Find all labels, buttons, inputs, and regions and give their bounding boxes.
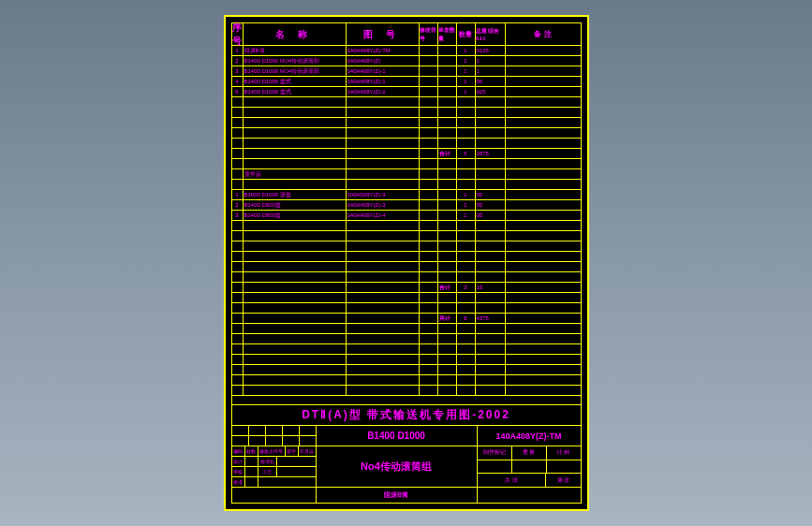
hdr-seq: 序号 — [232, 23, 244, 45]
drawing-number: 140A408Y(Z)-TM — [478, 426, 581, 446]
table-row — [232, 262, 581, 272]
footer-left — [232, 488, 317, 503]
table-row — [232, 386, 581, 396]
title-row-2: 编码处数修改文件号签字年月日 设计标准化 审核工艺 批准 No4传动滚筒组 制作… — [232, 446, 581, 488]
hdr-remark: 备 注 — [506, 23, 581, 45]
drawing-title: DTⅡ(A)型 带式输送机专用图-2002 — [232, 405, 581, 426]
table-row — [232, 241, 581, 252]
table-row — [232, 108, 581, 118]
table-row — [232, 180, 581, 190]
table-row — [232, 97, 581, 108]
table-row: 质件目 — [232, 169, 581, 180]
table-row: 5B1400 D1000 盘式140A408Y(Z)-21025 — [232, 87, 581, 97]
hdr-qty: 数量 — [457, 23, 476, 45]
table-row: 1阻滚B筒140A408Y(Z)-TM10125 — [232, 46, 581, 56]
title-footer: 阻滚B筒 — [232, 488, 581, 503]
table-row: 3B1400 D1000 NO4传动滚筒部140A408Y(Z)-111 — [232, 66, 581, 77]
table-row — [232, 139, 581, 149]
table-row: 共计84375 — [232, 314, 581, 324]
table-row — [232, 221, 581, 231]
table-row: 1B1000 D1000 滚盘100A508Y(Z)-3105 — [232, 190, 581, 200]
spec-text: B1400 D1000 — [317, 426, 478, 446]
drawing-sheet: 序号 名 称 图 号 修改符号 单套数量 数量 总重 综合A11 备 注 1阻滚… — [224, 15, 589, 511]
table-row — [232, 365, 581, 375]
table-row — [232, 272, 581, 283]
hdr-weight: 总重 综合A11 — [476, 23, 506, 45]
table-row: 2B1400 D800盘140A408Y(Z)-3105 — [232, 200, 581, 211]
table-row — [232, 355, 581, 365]
table-row: 合计52875 — [232, 149, 581, 159]
table-row — [232, 344, 581, 355]
table-row — [232, 159, 581, 169]
scale-grid: 制作标记重 量比 例 共 张第 张 — [478, 446, 581, 487]
drawing-inner: 序号 名 称 图 号 修改符号 单套数量 数量 总重 综合A11 备 注 1阻滚… — [231, 22, 582, 504]
table-row — [232, 118, 581, 128]
assembly-name: No4传动滚筒组 — [317, 446, 478, 487]
table-row — [232, 252, 581, 262]
rev-grid-top — [232, 426, 317, 446]
table-body: 1阻滚B筒140A408Y(Z)-TM101252B1400 D1000 NO4… — [232, 46, 581, 404]
title-block: DTⅡ(A)型 带式输送机专用图-2002 B1400 D1000 140A40… — [232, 404, 581, 503]
footer-company: 阻滚B筒 — [317, 488, 478, 503]
signature-grid: 编码处数修改文件号签字年月日 设计标准化 审核工艺 批准 — [232, 446, 317, 487]
table-row: 4B1400 D1000 盘式140A408Y(Z)-1105 — [232, 77, 581, 87]
table-header: 序号 名 称 图 号 修改符号 单套数量 数量 总重 综合A11 备 注 — [232, 23, 581, 46]
table-row — [232, 293, 581, 303]
hdr-code: 图 号 — [347, 23, 420, 45]
table-row — [232, 231, 581, 241]
hdr-unit: 单套数量 — [438, 23, 457, 45]
hdr-name: 名 称 — [244, 23, 347, 45]
table-row — [232, 303, 581, 314]
footer-right — [478, 488, 581, 503]
table-row — [232, 324, 581, 334]
table-row: 合计315 — [232, 283, 581, 293]
table-row — [232, 375, 581, 386]
table-row — [232, 334, 581, 344]
hdr-rev: 修改符号 — [420, 23, 438, 45]
title-row-1: B1400 D1000 140A408Y(Z)-TM — [232, 426, 581, 446]
table-row: 2B1400 D1000 NO4传动滚筒部140A408Y(Z)11 — [232, 56, 581, 66]
table-row: 3B1400 D800盘140A408Y(Z)-4105 — [232, 211, 581, 221]
table-row — [232, 128, 581, 139]
